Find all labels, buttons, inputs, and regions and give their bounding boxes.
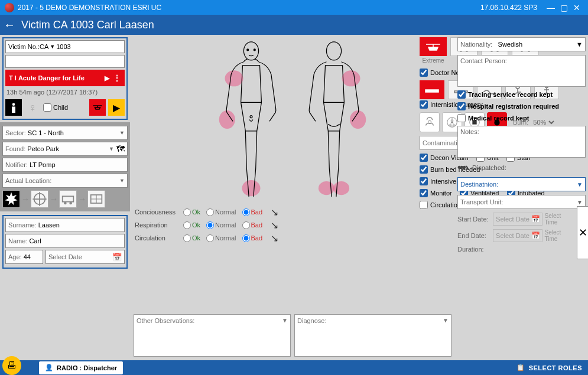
start-time-link[interactable]: Select Time — [545, 213, 575, 226]
transport-unit-select[interactable]: Transport Unit:▼ — [457, 195, 586, 209]
body-diagram[interactable] — [134, 37, 451, 206]
svg-point-17 — [326, 42, 341, 60]
svg-point-33 — [451, 121, 453, 123]
respiration-row: Respiration Ok Normal Bad ↘ — [135, 219, 450, 231]
dropdown-icon: ▼ — [50, 44, 55, 50]
consciousness-row: Conciousness Ok Normal Bad ↘ — [135, 206, 450, 219]
svg-point-10 — [247, 49, 249, 51]
consciousness-normal[interactable]: Normal — [206, 208, 236, 216]
start-date-input[interactable]: Select Date📅 — [493, 213, 542, 226]
surname-field[interactable]: Surname: Laasen — [5, 218, 125, 232]
hospital-reg-checkbox[interactable]: Hospital registration required — [457, 102, 586, 110]
adult-male-icon[interactable] — [5, 99, 22, 116]
dispatch-arrow-icon: •••› — [457, 161, 467, 174]
blank-field[interactable] — [5, 55, 125, 68]
consciousness-ok[interactable]: Ok — [183, 208, 200, 216]
calendar-icon: 📅 — [531, 231, 540, 240]
nationality-select[interactable]: Nationality: Swedish ▼ — [457, 37, 586, 51]
end-date-input[interactable]: Select Date📅 — [493, 229, 542, 242]
actual-location-field[interactable]: Actual Location: ▼ — [2, 174, 128, 188]
select-roles-button[interactable]: 📋 SELECT ROLES — [516, 364, 582, 371]
location-vehicle-icon[interactable] — [59, 190, 77, 208]
respiration-bad[interactable]: Bad — [242, 221, 263, 229]
biohazard-icon[interactable] — [420, 112, 440, 132]
adult-female-icon[interactable]: ♀ — [24, 99, 41, 116]
end-date-row: End Date: Select Date📅 Select Time 🕐 — [457, 229, 586, 242]
monitor-checkbox[interactable]: Monitor — [420, 189, 452, 197]
svg-point-6 — [225, 70, 243, 86]
svg-point-16 — [333, 181, 349, 195]
minimize-button[interactable]: — — [544, 3, 557, 12]
svg-rect-27 — [425, 90, 438, 92]
transport-extreme-button[interactable] — [420, 37, 447, 56]
notifier-field[interactable]: Notifier: LT Pomp — [2, 158, 128, 172]
app-logo-icon — [5, 3, 14, 12]
location-building-icon[interactable] — [87, 190, 105, 208]
map-icon[interactable]: 🗺 — [116, 144, 125, 154]
trend-down-icon: ↘ — [271, 233, 278, 244]
circulation-normal[interactable]: Normal — [206, 234, 236, 242]
sector-field[interactable]: Sector: SC 1 - North ▼ — [2, 126, 128, 140]
app-title: 2017 - 5 DEMO DEMONSTRATION ESRI UC — [18, 4, 161, 12]
back-button[interactable]: ← — [4, 18, 15, 32]
contact-person-field[interactable]: Contact Person: — [457, 55, 586, 87]
svg-point-8 — [242, 180, 261, 196]
observations-field[interactable]: Other Observations:▼ — [134, 314, 291, 357]
page-header: ← Victim CA 1003 Carl Laasen — [0, 15, 588, 35]
body-front-icon — [219, 40, 284, 200]
svg-rect-2 — [63, 196, 74, 201]
current-role-chip[interactable]: 👤 RADIO : Dispatcher — [39, 361, 123, 374]
notes-field[interactable]: Notes: — [457, 126, 586, 158]
location-target-icon[interactable] — [31, 190, 48, 208]
print-button[interactable]: 🖶 — [2, 356, 21, 375]
clipboard-icon: 📋 — [516, 364, 525, 371]
victim-number-field[interactable]: Victim No.: CA ▼ 1003 — [5, 40, 125, 53]
age-field[interactable]: Age: 44 — [5, 250, 43, 264]
dispatched-row: •••› Dispatched: — [457, 161, 586, 174]
svg-point-0 — [12, 103, 15, 106]
child-checkbox[interactable]: Child — [43, 103, 68, 112]
svg-point-9 — [243, 42, 258, 60]
end-time-link[interactable]: Select Time — [545, 229, 575, 242]
respiration-normal[interactable]: Normal — [206, 221, 236, 229]
play-icon[interactable]: ▶ — [105, 74, 109, 82]
diagnose-field[interactable]: Diagnose:▼ — [294, 314, 451, 357]
found-field[interactable]: Found: Petco Park ▼ 🗺 — [2, 142, 128, 156]
duration-row: Duration: — [457, 246, 586, 253]
timestamp: 13h 54m ago (12/7/2017 18:37) — [5, 86, 125, 98]
person-icon: 👤 — [45, 364, 53, 371]
destination-select[interactable]: Destinatnion:▼ — [457, 177, 586, 191]
position-lying-button[interactable] — [420, 80, 444, 99]
circulation-bad[interactable]: Bad — [242, 234, 263, 242]
forward-icon[interactable]: ▶ — [108, 99, 125, 116]
circulation-row: Circulation Ok Normal Bad ↘ — [135, 231, 450, 244]
maximize-button[interactable]: ▢ — [557, 3, 570, 12]
triage-status-bar[interactable]: T I Acute Danger for Life ▶ ⋮ — [5, 70, 125, 86]
svg-point-4 — [69, 202, 72, 205]
name-field[interactable]: Name: Carl — [5, 234, 125, 248]
trend-down-icon: ↘ — [271, 220, 278, 231]
circulation-ok[interactable]: Ok — [183, 234, 200, 242]
svg-point-3 — [64, 202, 67, 205]
svg-point-13 — [342, 70, 360, 86]
respiration-ok[interactable]: Ok — [183, 221, 200, 229]
svg-point-11 — [254, 49, 255, 51]
start-date-row: Start Date: Select Date📅 Select Time 🕐 — [457, 213, 586, 226]
svg-point-12 — [250, 116, 252, 118]
close-button[interactable]: ✕ — [570, 3, 583, 12]
collapse-panel-button[interactable]: ✕ — [577, 206, 588, 259]
body-back-icon — [301, 40, 366, 200]
helicopter-icon[interactable] — [89, 99, 106, 116]
birthdate-field[interactable]: Select Date 📅 — [46, 250, 125, 264]
location-explosion-icon[interactable] — [2, 190, 20, 208]
page-title: Victim CA 1003 Carl Laasen — [21, 19, 154, 31]
tracing-checkbox[interactable]: Tracing service record kept — [457, 90, 586, 99]
app-version: 17.06.10.422 SP3 — [480, 4, 537, 12]
titlebar: 2017 - 5 DEMO DEMONSTRATION ESRI UC 17.0… — [0, 0, 588, 15]
consciousness-bad[interactable]: Bad — [242, 208, 263, 216]
calendar-icon: 📅 — [531, 215, 540, 223]
trend-down-icon: ↘ — [271, 207, 278, 218]
more-icon[interactable]: ⋮ — [113, 76, 121, 80]
medical-rec-checkbox[interactable]: Medical record kept — [457, 114, 586, 122]
svg-point-15 — [319, 181, 334, 195]
